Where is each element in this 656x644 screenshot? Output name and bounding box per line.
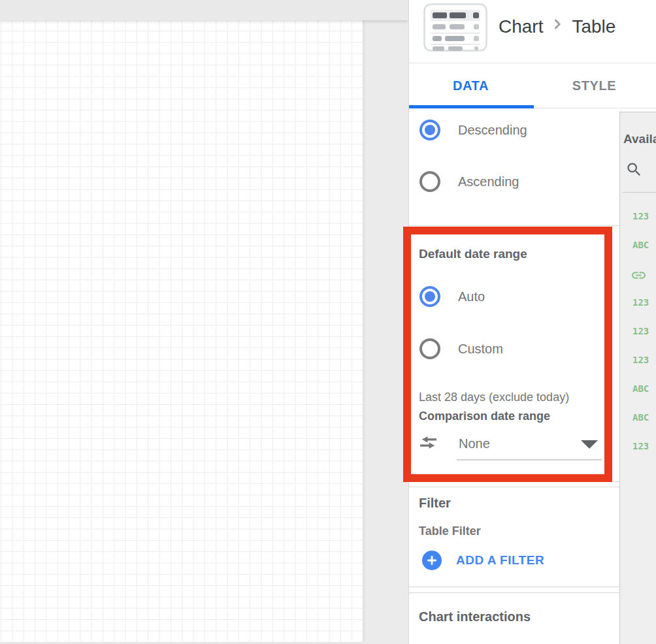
available-fields-panel: Available fields 123 ABC 123 123 123 ABC… xyxy=(619,112,656,644)
radio-label: Custom xyxy=(458,342,503,357)
breadcrumb-table: Table xyxy=(572,16,615,37)
comparison-dropdown-value: None xyxy=(459,436,490,451)
chart-interactions-section: Chart interactions xyxy=(409,592,619,644)
field-type-url-icon[interactable] xyxy=(631,267,656,282)
date-range-option-auto[interactable]: Auto xyxy=(419,285,485,308)
radio-unselected-icon[interactable] xyxy=(419,338,440,359)
current-date-range-text: Last 28 days (exclude today) xyxy=(419,391,569,404)
tab-data[interactable]: DATA xyxy=(409,63,533,108)
dropdown-caret-icon[interactable] xyxy=(581,440,598,449)
tab-style-label: STYLE xyxy=(572,78,616,93)
panel-body: Descending Ascending Default date range … xyxy=(409,108,656,644)
app-screenshot: Chart Table DATA STYLE Descending xyxy=(0,0,656,644)
field-type-text-icon[interactable]: ABC xyxy=(632,412,656,427)
dropdown-underline xyxy=(457,459,602,460)
fields-divider xyxy=(623,192,656,193)
breadcrumb-chart[interactable]: Chart xyxy=(499,16,543,37)
panel-header: Chart Table xyxy=(409,0,656,63)
breadcrumb: Chart Table xyxy=(499,16,615,37)
chevron-right-icon xyxy=(549,16,566,37)
date-range-heading: Default date range xyxy=(419,247,527,261)
tab-data-label: DATA xyxy=(453,78,489,93)
radio-label: Descending xyxy=(458,123,527,138)
canvas-top-margin xyxy=(0,0,408,20)
date-range-option-custom[interactable]: Custom xyxy=(419,338,503,360)
field-type-number-icon[interactable]: 123 xyxy=(632,441,656,455)
field-type-number-icon[interactable]: 123 xyxy=(632,211,656,225)
compare-arrows-icon xyxy=(419,433,438,455)
sort-section: Descending Ascending xyxy=(409,108,619,226)
field-type-number-icon[interactable]: 123 xyxy=(632,355,656,369)
field-type-text-icon[interactable]: ABC xyxy=(632,240,656,254)
plus-circle-icon[interactable] xyxy=(422,551,442,570)
chart-interactions-heading: Chart interactions xyxy=(419,609,531,624)
radio-label: Auto xyxy=(458,289,485,304)
panel-tabs: DATA STYLE xyxy=(409,63,656,108)
table-chart-icon xyxy=(423,3,487,54)
sort-option-ascending[interactable]: Ascending xyxy=(419,170,519,193)
filter-heading: Filter xyxy=(419,496,451,511)
field-type-number-icon[interactable]: 123 xyxy=(632,326,656,340)
available-fields-heading: Available fields xyxy=(623,132,656,146)
properties-panel: Chart Table DATA STYLE Descending xyxy=(408,0,656,644)
tab-style[interactable]: STYLE xyxy=(533,63,656,108)
comparison-date-range-heading: Comparison date range xyxy=(419,410,550,423)
field-type-text-icon[interactable]: ABC xyxy=(632,383,656,398)
date-range-section: Default date range Auto Custom Last 28 d… xyxy=(409,230,619,482)
radio-selected-icon[interactable] xyxy=(419,120,440,140)
radio-unselected-icon[interactable] xyxy=(419,171,440,192)
filter-section: Filter Table Filter ADD A FILTER xyxy=(409,487,619,587)
comparison-dropdown[interactable]: None xyxy=(419,432,490,455)
radio-label: Ascending xyxy=(458,174,519,189)
search-icon[interactable] xyxy=(625,161,643,181)
add-filter-label: ADD A FILTER xyxy=(456,553,544,568)
table-filter-label: Table Filter xyxy=(419,524,481,538)
radio-selected-icon[interactable] xyxy=(419,286,440,307)
sort-option-descending[interactable]: Descending xyxy=(419,119,527,141)
report-canvas-page[interactable] xyxy=(0,20,363,642)
add-filter-button[interactable]: ADD A FILTER xyxy=(422,551,544,570)
field-type-number-icon[interactable]: 123 xyxy=(632,297,656,312)
